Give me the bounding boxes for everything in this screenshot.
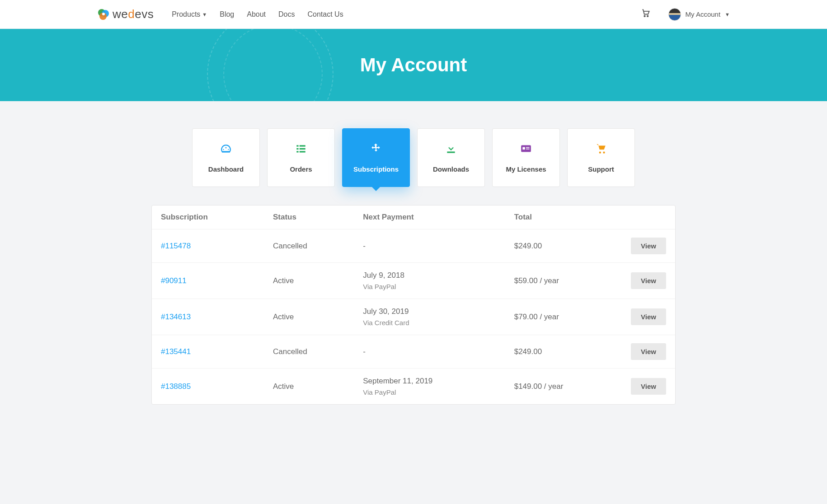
- svg-rect-7: [300, 145, 305, 146]
- payment-method: Via Credit Card: [363, 319, 496, 327]
- svg-rect-11: [300, 151, 305, 152]
- svg-rect-9: [300, 148, 305, 149]
- table-row: #134613ActiveJuly 30, 2019Via Credit Car…: [152, 299, 675, 335]
- subscription-link[interactable]: #115478: [161, 242, 191, 250]
- top-nav: wedevs Products ▼ Blog About Docs Contac…: [0, 0, 827, 29]
- table-row: #115478Cancelled-$249.00View: [152, 229, 675, 263]
- svg-rect-10: [296, 151, 298, 152]
- subscription-link[interactable]: #90911: [161, 276, 187, 285]
- subscriptions-table: Subscription Status Next Payment Total #…: [151, 205, 676, 405]
- tab-label: My Licenses: [506, 165, 546, 173]
- svg-point-17: [603, 151, 605, 153]
- tab-orders[interactable]: Orders: [267, 128, 335, 187]
- payment-method: Via PayPal: [363, 388, 496, 396]
- status-cell: Active: [264, 369, 354, 405]
- tab-label: Downloads: [433, 165, 469, 173]
- col-total: Total: [505, 205, 621, 229]
- table-row: #138885ActiveSeptember 11, 2019Via PayPa…: [152, 369, 675, 405]
- next-payment-cell: July 9, 2018Via PayPal: [354, 263, 505, 299]
- svg-point-4: [644, 15, 645, 16]
- svg-point-5: [647, 15, 648, 16]
- status-cell: Cancelled: [264, 229, 354, 263]
- status-cell: Active: [264, 263, 354, 299]
- tab-label: Subscriptions: [353, 165, 399, 173]
- tab-dashboard[interactable]: Dashboard: [192, 128, 260, 187]
- move-icon: [370, 143, 382, 157]
- account-menu[interactable]: My Account ▼: [668, 8, 730, 21]
- status-cell: Cancelled: [264, 335, 354, 369]
- list-icon: [295, 143, 307, 157]
- logo[interactable]: wedevs: [97, 7, 154, 21]
- view-button[interactable]: View: [631, 272, 666, 289]
- svg-rect-15: [526, 149, 530, 149]
- gauge-icon: [220, 143, 232, 157]
- chevron-down-icon: ▼: [202, 12, 207, 17]
- svg-point-16: [599, 151, 601, 153]
- table-row: #135441Cancelled-$249.00View: [152, 335, 675, 369]
- col-subscription: Subscription: [152, 205, 264, 229]
- tab-support[interactable]: Support: [567, 128, 635, 187]
- next-payment-cell: -: [354, 229, 505, 263]
- svg-rect-6: [296, 145, 298, 146]
- cart-icon: [595, 143, 607, 157]
- avatar: [668, 8, 681, 21]
- col-next-payment: Next Payment: [354, 205, 505, 229]
- subscription-link[interactable]: #135441: [161, 347, 191, 356]
- id-card-icon: [520, 143, 532, 157]
- nav-blog[interactable]: Blog: [220, 10, 234, 19]
- page-banner: My Account: [0, 29, 827, 101]
- cart-icon[interactable]: [641, 9, 650, 20]
- tab-label: Support: [588, 165, 614, 173]
- svg-rect-8: [296, 148, 298, 149]
- tab-licenses[interactable]: My Licenses: [492, 128, 560, 187]
- total-cell: $59.00 / year: [505, 263, 621, 299]
- svg-rect-13: [522, 147, 525, 149]
- total-cell: $249.00: [505, 335, 621, 369]
- svg-rect-14: [526, 147, 530, 148]
- tab-subscriptions[interactable]: Subscriptions: [342, 128, 410, 187]
- table-row: #90911ActiveJuly 9, 2018Via PayPal$59.00…: [152, 263, 675, 299]
- tab-label: Dashboard: [208, 165, 244, 173]
- payment-method: Via PayPal: [363, 283, 496, 290]
- nav-links: Products ▼ Blog About Docs Contact Us: [172, 10, 343, 19]
- view-button[interactable]: View: [631, 308, 666, 325]
- tab-label: Orders: [290, 165, 312, 173]
- nav-docs[interactable]: Docs: [278, 10, 295, 19]
- nav-products[interactable]: Products ▼: [172, 10, 207, 19]
- subscription-link[interactable]: #138885: [161, 382, 191, 391]
- next-payment-cell: September 11, 2019Via PayPal: [354, 369, 505, 405]
- logo-icon: [97, 8, 110, 21]
- subscription-link[interactable]: #134613: [161, 313, 191, 321]
- view-button[interactable]: View: [631, 378, 666, 395]
- next-payment-cell: -: [354, 335, 505, 369]
- tab-downloads[interactable]: Downloads: [417, 128, 485, 187]
- chevron-down-icon: ▼: [725, 12, 730, 17]
- view-button[interactable]: View: [631, 343, 666, 360]
- account-tabs: Dashboard Orders Subscriptions Downloads…: [151, 128, 676, 187]
- col-actions: [621, 205, 675, 229]
- logo-text: wedevs: [113, 7, 154, 21]
- total-cell: $249.00: [505, 229, 621, 263]
- view-button[interactable]: View: [631, 238, 666, 254]
- nav-contact[interactable]: Contact Us: [308, 10, 343, 19]
- status-cell: Active: [264, 299, 354, 335]
- page-title: My Account: [360, 54, 467, 76]
- account-label: My Account: [686, 10, 721, 18]
- nav-about[interactable]: About: [247, 10, 266, 19]
- total-cell: $149.00 / year: [505, 369, 621, 405]
- col-status: Status: [264, 205, 354, 229]
- download-icon: [445, 143, 457, 157]
- total-cell: $79.00 / year: [505, 299, 621, 335]
- next-payment-cell: July 30, 2019Via Credit Card: [354, 299, 505, 335]
- svg-point-3: [102, 13, 105, 15]
